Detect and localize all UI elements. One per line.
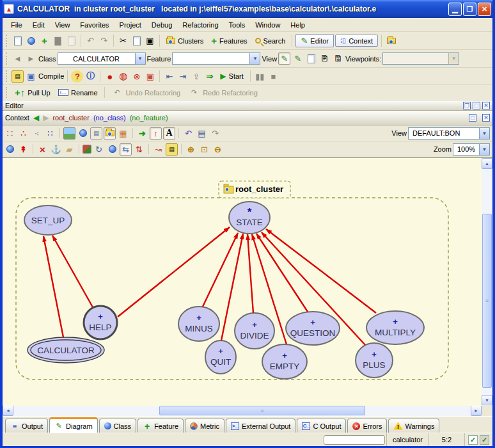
context-toggle-button[interactable]: ⁞▯ Context [335,35,378,47]
spring-layout-icon[interactable]: ∷ [44,127,56,140]
rotate-icon[interactable]: ↻ [93,143,105,156]
save-view-icon[interactable] [77,127,89,140]
toolbar-grip[interactable] [6,87,8,97]
menu-refactoring[interactable]: Refactoring [178,19,223,31]
scroll-down-icon[interactable]: ▼ [482,395,492,406]
horizontal-scroll-thumb[interactable] [159,406,365,415]
tab-metric[interactable]: Metric [185,419,224,433]
horizontal-scrollbar[interactable]: ◄ ► [3,405,492,416]
diagram-zoom-arrow-icon[interactable]: ▼ [479,144,489,155]
class-combobox-arrow-icon[interactable]: ▼ [135,53,145,64]
class-node-calculator[interactable]: CALCULATOR [28,337,104,363]
eraser-icon[interactable]: ▰ [63,143,75,156]
new-document-icon[interactable] [12,35,24,47]
open-project-icon[interactable] [25,35,37,47]
inheritance-link-calculator-to-set_up[interactable] [43,236,63,337]
class-node-state[interactable]: *STATE [229,202,270,234]
diagram-zoom-combobox[interactable]: 100% ▼ [453,143,490,156]
send-to-new-window-icon[interactable] [385,35,397,47]
sort-links-icon[interactable]: ⇅ [133,143,145,156]
context-back-icon[interactable]: ◀ [33,113,39,122]
show-clusters-toggle-icon[interactable] [104,127,116,140]
remove-breakpoints-icon[interactable]: ⊗ [130,70,143,83]
class-node-multiply[interactable]: +MULTIPLY [366,311,424,344]
run-to-cursor-icon[interactable]: ⇒ [203,70,216,83]
menu-favorites[interactable]: Favorites [75,19,113,31]
enable-breakpoints-icon[interactable]: ● [104,70,116,83]
inheritance-link-help-to-set_up[interactable] [52,236,93,307]
tab-diagram[interactable]: Diagram [49,417,98,433]
two-way-links-toggle-icon[interactable]: ⇆ [120,143,132,156]
context-feature-crumb[interactable]: (no_feature) [130,114,168,122]
class-node-plus[interactable]: +PLUS [356,343,393,378]
cut-icon[interactable]: ✂ [117,35,129,47]
maximize-context-icon[interactable]: □ [469,114,476,122]
feature-combobox-arrow-icon[interactable]: ▼ [249,53,260,64]
maximize-pane-icon[interactable]: □ [473,102,480,109]
menu-file[interactable]: File [6,19,27,31]
project-settings-icon[interactable]: ▤ [12,70,24,83]
notes-icon[interactable]: ▤ [166,143,178,156]
context-class-crumb[interactable]: (no_class) [93,114,126,122]
menu-tools[interactable]: Tools [224,19,250,31]
remove-anchor-icon[interactable]: ⚓ [50,143,62,156]
menu-window[interactable]: Window [251,19,285,31]
link-to-point-icon[interactable]: ↝ [152,143,164,156]
clickable-view-icon[interactable]: ✎ [292,52,304,65]
rename-button[interactable]: I… Rename [55,88,101,98]
diagram-view-combobox[interactable]: DEFAULT:BON ▼ [408,127,490,140]
cluster-hierarchy-layout-icon[interactable]: ∴ [17,127,29,140]
class-combobox[interactable]: CALCULATOR ▼ [58,52,146,65]
fit-to-window-icon[interactable]: ⊡ [198,143,210,156]
delete-tool-icon[interactable]: × [36,143,49,156]
basic-text-view-icon[interactable]: ✎ [278,52,290,65]
uml-view-icon[interactable]: ▤ [90,127,102,140]
menu-view[interactable]: View [51,19,75,31]
create-links-icon[interactable]: ➜ [136,127,148,140]
compile-label[interactable]: Compile [38,72,64,80]
new-class-tool-icon[interactable] [4,143,16,156]
class-diagram[interactable]: root_clusterSET_UP*STATE+HELPCALCULATOR+… [3,158,482,406]
text-labels-toggle-icon[interactable]: A [163,127,175,140]
class-node-set_up[interactable]: SET_UP [24,205,72,235]
inheritance-links-toggle-icon[interactable]: ↑ [150,127,162,140]
feature-combobox[interactable]: ▼ [172,52,260,65]
tab-warnings[interactable]: Warnings [388,419,439,433]
close-context-icon[interactable]: ✕ [482,114,490,122]
horizontal-layout-icon[interactable]: ⁖ [31,127,43,140]
undock-pane-icon[interactable]: ❐ [463,102,471,109]
class-node-question[interactable]: +QUESTION [286,312,340,345]
refresh-diagram-icon[interactable] [106,143,118,156]
maximize-button[interactable]: ❐ [463,3,476,16]
tab-errors[interactable]: Errors [347,419,387,433]
menu-debug[interactable]: Debug [147,19,177,31]
disable-breakpoints-icon[interactable]: ◍ [117,70,129,83]
zoom-out-icon[interactable]: ⊖ [212,143,224,156]
debug-window-icon[interactable]: ▣ [144,70,156,83]
flat-view-icon[interactable] [305,52,317,65]
pull-up-button[interactable]: +↑ Pull Up [12,86,54,99]
diagram-history-icon[interactable]: ▤ [196,127,208,140]
search-button[interactable]: Search [252,36,289,46]
class-node-help[interactable]: +HELP [84,306,117,339]
diagram-canvas[interactable]: root_clusterSET_UP*STATE+HELPCALCULATOR+… [3,158,482,406]
root-cluster-label[interactable]: root_cluster [235,184,283,194]
info-icon[interactable]: ⓘ [84,70,97,83]
new-inheritance-tool-icon[interactable]: ↟ [17,143,29,156]
add-icon[interactable]: + [38,35,51,47]
menu-help[interactable]: Help [286,19,310,31]
contract-view-icon[interactable]: 🖹 [318,52,331,65]
tab-output[interactable]: Output [5,419,48,433]
inheritance-link-divide-to-state[interactable] [248,234,253,313]
clusters-button[interactable]: Clusters [163,36,207,46]
step-over-icon[interactable]: ⇥ [177,70,189,83]
features-button[interactable]: + Features [208,34,250,47]
tab-class[interactable]: Class [99,419,137,433]
menu-edit[interactable]: Edit [28,19,49,31]
close-pane-icon[interactable]: ✕ [482,102,490,109]
scroll-left-icon[interactable]: ◄ [3,405,13,416]
toolbar-grip[interactable] [6,70,8,82]
start-button[interactable]: ▶ Start [217,70,246,82]
colors-icon[interactable] [82,145,91,154]
editor-toggle-button[interactable]: ✎ Editor [295,34,334,47]
